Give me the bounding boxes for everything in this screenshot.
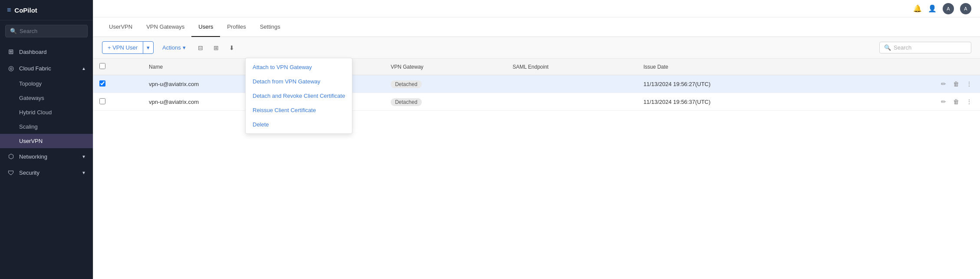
row1-vpn-gateway-badge: Detached [391, 80, 421, 88]
col-saml-endpoint: SAML Endpoint [506, 59, 637, 75]
notification-icon[interactable]: 🔔 [913, 4, 922, 13]
row2-action-icons: ✏ 🗑 ⋮ [859, 97, 974, 106]
row1-vpn-gateway: Detached [385, 75, 506, 93]
top-bar: 🔔 👤 A A [93, 0, 980, 17]
security-chevron: ▼ [82, 170, 86, 175]
sidebar-item-label-networking: Networking [19, 153, 47, 160]
row1-checkbox[interactable] [99, 80, 105, 86]
row2-checkbox[interactable] [99, 98, 105, 104]
main-content: 🔔 👤 A A UserVPN VPN Gateways Users Profi… [93, 0, 980, 279]
actions-label: Actions [162, 44, 181, 51]
col-checkbox [93, 59, 143, 75]
dropdown-item-attach[interactable]: Attach to VPN Gateway [246, 60, 352, 74]
toolbar: + VPN User ▾ Actions ▾ ⊟ ⊞ ⬇ 🔍 Attach to… [93, 37, 980, 59]
filter-button[interactable]: ⊟ [194, 42, 207, 54]
sidebar-search-container[interactable]: 🔍 [5, 25, 88, 37]
row1-saml-endpoint [506, 75, 637, 93]
row2-saml-endpoint [506, 93, 637, 111]
sidebar-item-label-hybrid-cloud: Hybrid Cloud [19, 109, 52, 116]
sidebar-item-cloud-fabric[interactable]: ◎ Cloud Fabric ▲ [0, 60, 93, 76]
row1-more-button[interactable]: ⋮ [964, 80, 974, 88]
sidebar-item-label-gateways: Gateways [19, 95, 44, 101]
dropdown-item-reissue[interactable]: Reissue Client Certificate [246, 103, 352, 117]
col-issue-date: Issue Date [637, 59, 852, 75]
row2-checkbox-cell [93, 93, 143, 111]
sidebar-item-label-security: Security [19, 169, 39, 176]
table-row: vpn-u@aviatrix.com Detached 11/13/2024 1… [93, 93, 980, 111]
dropdown-item-detach-revoke[interactable]: Detach and Revoke Client Certificate [246, 89, 352, 103]
row1-edit-button[interactable]: ✏ [939, 80, 948, 88]
tabs-container: UserVPN VPN Gateways Users Profiles Sett… [93, 17, 980, 37]
tab-users[interactable]: Users [191, 17, 220, 37]
select-all-checkbox[interactable] [99, 63, 105, 69]
sidebar-item-networking[interactable]: ⬡ Networking ▼ [0, 148, 93, 165]
avatar-a2[interactable]: A [960, 3, 971, 14]
sidebar-item-label-dashboard: Dashboard [19, 49, 47, 55]
row2-actions: ✏ 🗑 ⋮ [853, 93, 980, 111]
menu-icon: ≡ [7, 6, 11, 14]
row2-vpn-gateway-badge: Detached [391, 98, 421, 106]
add-vpn-user-button[interactable]: + VPN User ▾ [102, 41, 154, 54]
app-title: CoPilot [14, 7, 37, 14]
col-vpn-gateway: VPN Gateway [385, 59, 506, 75]
col-actions [853, 59, 980, 75]
search-input[interactable] [894, 44, 967, 51]
users-table-container: Name Profile VPN Gateway SAML Endpoint I… [93, 59, 980, 279]
row2-edit-button[interactable]: ✏ [939, 97, 948, 106]
row1-issue-date: 11/13/2024 19:56:27(UTC) [637, 75, 852, 93]
row1-delete-button[interactable]: 🗑 [951, 80, 961, 88]
search-container[interactable]: 🔍 [879, 42, 971, 53]
sidebar-item-security[interactable]: 🛡 Security ▼ [0, 165, 93, 181]
row1-checkbox-cell [93, 75, 143, 93]
add-vpn-user-label[interactable]: + VPN User [102, 42, 143, 53]
tab-profiles[interactable]: Profiles [220, 17, 253, 37]
sidebar-header: ≡ CoPilot [0, 0, 93, 20]
sidebar-item-label-cloud-fabric: Cloud Fabric [19, 65, 51, 72]
tab-uservpn[interactable]: UserVPN [102, 17, 139, 37]
sidebar-item-hybrid-cloud[interactable]: Hybrid Cloud [0, 105, 93, 120]
search-icon: 🔍 [10, 28, 17, 34]
sidebar-item-dashboard[interactable]: ⊞ Dashboard [0, 43, 93, 60]
cloud-fabric-chevron: ▲ [82, 66, 86, 71]
tab-vpn-gateways[interactable]: VPN Gateways [139, 17, 191, 37]
security-icon: 🛡 [7, 169, 15, 176]
dropdown-item-delete[interactable]: Delete [246, 117, 352, 132]
avatar-a1[interactable]: A [943, 3, 954, 14]
user-icon[interactable]: 👤 [928, 4, 937, 13]
sidebar-search-input[interactable] [20, 28, 83, 34]
sidebar-item-uservpn[interactable]: UserVPN [0, 134, 93, 148]
table-row: vpn-u@aviatrix.com Detached 11/13/2024 1… [93, 75, 980, 93]
dashboard-icon: ⊞ [7, 48, 15, 56]
tab-settings[interactable]: Settings [253, 17, 287, 37]
users-table: Name Profile VPN Gateway SAML Endpoint I… [93, 59, 980, 111]
add-vpn-user-dropdown-arrow[interactable]: ▾ [143, 42, 153, 53]
sidebar-nav: ⊞ Dashboard ◎ Cloud Fabric ▲ Topology Ga… [0, 42, 93, 279]
download-button[interactable]: ⬇ [226, 42, 238, 54]
sidebar-item-label-uservpn: UserVPN [19, 138, 43, 144]
search-icon-toolbar: 🔍 [884, 44, 891, 51]
row2-delete-button[interactable]: 🗑 [951, 97, 961, 106]
cloud-fabric-icon: ◎ [7, 64, 15, 72]
actions-chevron: ▾ [183, 44, 186, 51]
sidebar-item-label-scaling: Scaling [19, 123, 38, 130]
row1-action-icons: ✏ 🗑 ⋮ [859, 80, 974, 88]
sidebar-item-topology[interactable]: Topology [0, 76, 93, 91]
networking-chevron: ▼ [82, 154, 86, 159]
table-header-row: Name Profile VPN Gateway SAML Endpoint I… [93, 59, 980, 75]
dropdown-item-detach[interactable]: Detach from VPN Gateway [246, 74, 352, 89]
sidebar-item-scaling[interactable]: Scaling [0, 120, 93, 134]
sidebar-item-gateways[interactable]: Gateways [0, 91, 93, 105]
sidebar: ≡ CoPilot 🔍 ⊞ Dashboard ◎ Cloud Fabric ▲… [0, 0, 93, 279]
row2-issue-date: 11/13/2024 19:56:37(UTC) [637, 93, 852, 111]
columns-button[interactable]: ⊞ [210, 42, 222, 54]
actions-dropdown-menu: Attach to VPN Gateway Detach from VPN Ga… [245, 58, 352, 134]
networking-icon: ⬡ [7, 153, 15, 160]
sidebar-item-label-topology: Topology [19, 80, 42, 87]
actions-button[interactable]: Actions ▾ [157, 42, 191, 53]
row1-actions: ✏ 🗑 ⋮ [853, 75, 980, 93]
top-bar-icons: 🔔 👤 A A [913, 3, 971, 14]
row2-more-button[interactable]: ⋮ [964, 97, 974, 106]
row2-vpn-gateway: Detached [385, 93, 506, 111]
